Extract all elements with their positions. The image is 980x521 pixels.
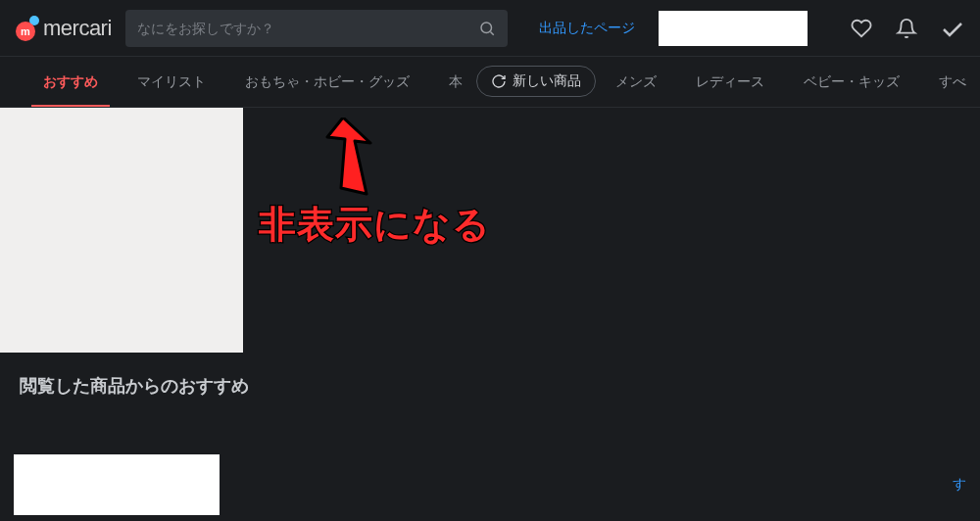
tab-books[interactable]: 本 [429, 57, 482, 107]
tab-toys-hobby[interactable]: おもちゃ・ホビー・グッズ [225, 57, 429, 107]
search-icon[interactable] [478, 20, 496, 37]
search-box[interactable] [125, 10, 508, 47]
main-content: 閲覧した商品からのおすすめ [0, 108, 980, 398]
listed-page-link[interactable]: 出品したページ [539, 20, 635, 37]
banner-placeholder [0, 108, 243, 353]
redacted-block-bottom [14, 454, 220, 515]
logo-text: mercari [43, 16, 112, 41]
tab-recommended[interactable]: おすすめ [24, 57, 118, 107]
header: m mercari 出品したページ [0, 0, 980, 57]
logo-icon: m [16, 18, 37, 39]
annotation-text: 非表示になる [259, 200, 491, 250]
tab-ladies[interactable]: レディース [676, 57, 784, 107]
search-input[interactable] [137, 21, 478, 36]
svg-line-1 [490, 31, 493, 34]
redacted-block [659, 11, 808, 46]
see-more-link[interactable]: す [953, 476, 966, 494]
header-icons [851, 17, 964, 40]
refresh-icon [491, 73, 507, 89]
tab-mylist[interactable]: マイリスト [118, 57, 225, 107]
new-items-label: 新しい商品 [513, 72, 581, 90]
recommended-section-title: 閲覧した商品からのおすすめ [20, 374, 980, 398]
bell-icon[interactable] [896, 18, 917, 39]
tab-mens[interactable]: メンズ [596, 57, 676, 107]
tab-all[interactable]: すべ [919, 57, 980, 107]
check-icon[interactable] [941, 17, 964, 40]
tab-baby-kids[interactable]: ベビー・キッズ [784, 57, 919, 107]
new-items-pill[interactable]: 新しい商品 [476, 66, 596, 97]
heart-icon[interactable] [851, 18, 872, 39]
svg-point-0 [481, 23, 492, 33]
logo[interactable]: m mercari [16, 16, 112, 41]
